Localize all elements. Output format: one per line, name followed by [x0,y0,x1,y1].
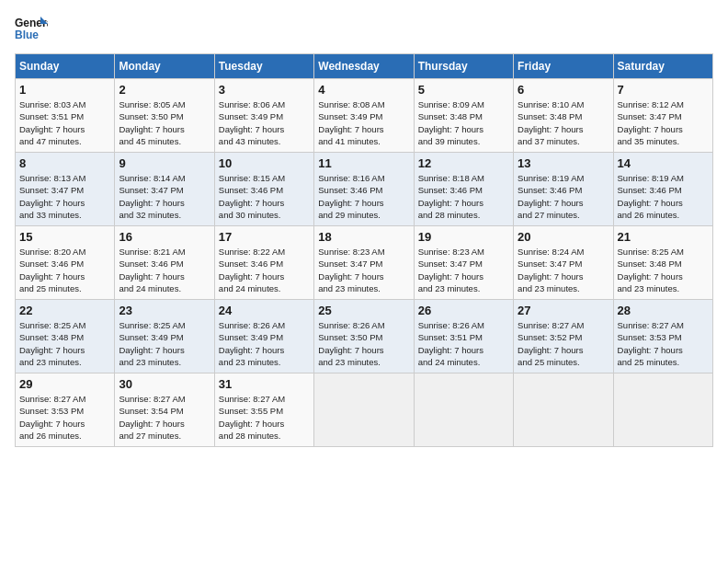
day-info: Sunrise: 8:23 AMSunset: 3:47 PMDaylight:… [318,247,384,293]
day-number: 27 [518,304,609,317]
calendar-cell: 8Sunrise: 8:13 AMSunset: 3:47 PMDaylight… [16,153,115,226]
header-monday: Monday [115,54,214,79]
calendar-cell: 23Sunrise: 8:25 AMSunset: 3:49 PMDayligh… [115,300,214,373]
day-info: Sunrise: 8:25 AMSunset: 3:48 PMDaylight:… [19,320,85,367]
calendar-cell: 16Sunrise: 8:21 AMSunset: 3:46 PMDayligh… [115,226,214,300]
header-sunday: Sunday [16,54,115,79]
day-info: Sunrise: 8:24 AMSunset: 3:47 PMDaylight:… [518,247,584,293]
day-number: 14 [618,156,709,170]
day-number: 24 [219,304,310,317]
calendar-cell: 13Sunrise: 8:19 AMSunset: 3:46 PMDayligh… [514,153,613,226]
header-wednesday: Wednesday [314,54,414,79]
header-tuesday: Tuesday [214,54,313,79]
day-info: Sunrise: 8:26 AMSunset: 3:49 PMDaylight:… [219,320,285,367]
day-number: 3 [219,83,310,97]
calendar-cell: 4Sunrise: 8:08 AMSunset: 3:49 PMDaylight… [314,79,414,153]
day-number: 2 [119,83,210,97]
calendar-cell: 22Sunrise: 8:25 AMSunset: 3:48 PMDayligh… [16,300,115,373]
day-number: 28 [618,304,709,317]
day-number: 4 [318,83,409,97]
day-info: Sunrise: 8:26 AMSunset: 3:50 PMDaylight:… [318,320,384,367]
day-info: Sunrise: 8:27 AMSunset: 3:52 PMDaylight:… [518,320,584,367]
day-info: Sunrise: 8:27 AMSunset: 3:53 PMDaylight:… [19,394,85,441]
day-number: 11 [318,156,409,170]
day-info: Sunrise: 8:13 AMSunset: 3:47 PMDaylight:… [19,173,85,220]
calendar-cell: 10Sunrise: 8:15 AMSunset: 3:46 PMDayligh… [214,153,313,226]
day-number: 20 [518,230,609,244]
calendar-cell: 12Sunrise: 8:18 AMSunset: 3:46 PMDayligh… [414,153,513,226]
day-info: Sunrise: 8:03 AMSunset: 3:51 PMDaylight:… [19,99,85,146]
day-number: 5 [418,83,509,97]
day-info: Sunrise: 8:25 AMSunset: 3:49 PMDaylight:… [119,320,185,367]
day-number: 7 [618,83,709,97]
day-number: 12 [418,156,509,170]
calendar-cell: 17Sunrise: 8:22 AMSunset: 3:46 PMDayligh… [214,226,313,300]
calendar-cell: 25Sunrise: 8:26 AMSunset: 3:50 PMDayligh… [314,300,414,373]
day-number: 6 [518,83,609,97]
calendar-cell: 15Sunrise: 8:20 AMSunset: 3:46 PMDayligh… [16,226,115,300]
day-info: Sunrise: 8:09 AMSunset: 3:48 PMDaylight:… [418,99,484,146]
calendar-cell: 14Sunrise: 8:19 AMSunset: 3:46 PMDayligh… [613,153,712,226]
calendar-cell: 6Sunrise: 8:10 AMSunset: 3:48 PMDaylight… [514,79,613,153]
day-number: 13 [518,156,609,170]
day-info: Sunrise: 8:20 AMSunset: 3:46 PMDaylight:… [19,247,85,293]
calendar-row: 29Sunrise: 8:27 AMSunset: 3:53 PMDayligh… [16,373,713,447]
page-header: General Blue [15,15,713,42]
day-info: Sunrise: 8:26 AMSunset: 3:51 PMDaylight:… [418,320,484,367]
calendar-cell [514,373,613,447]
header-thursday: Thursday [414,54,513,79]
calendar-cell: 1Sunrise: 8:03 AMSunset: 3:51 PMDaylight… [16,79,115,153]
logo-icon: General Blue [15,15,48,42]
calendar-cell: 26Sunrise: 8:26 AMSunset: 3:51 PMDayligh… [414,300,513,373]
day-info: Sunrise: 8:16 AMSunset: 3:46 PMDaylight:… [318,173,384,220]
calendar-cell: 20Sunrise: 8:24 AMSunset: 3:47 PMDayligh… [514,226,613,300]
calendar-cell [613,373,712,447]
day-number: 8 [19,156,110,170]
day-info: Sunrise: 8:05 AMSunset: 3:50 PMDaylight:… [119,99,185,146]
calendar-cell: 29Sunrise: 8:27 AMSunset: 3:53 PMDayligh… [16,373,115,447]
day-info: Sunrise: 8:27 AMSunset: 3:53 PMDaylight:… [618,320,684,367]
calendar-table: SundayMondayTuesdayWednesdayThursdayFrid… [15,53,713,447]
day-info: Sunrise: 8:18 AMSunset: 3:46 PMDaylight:… [418,173,484,220]
calendar-row: 1Sunrise: 8:03 AMSunset: 3:51 PMDaylight… [16,79,713,153]
calendar-cell: 7Sunrise: 8:12 AMSunset: 3:47 PMDaylight… [613,79,712,153]
calendar-cell: 2Sunrise: 8:05 AMSunset: 3:50 PMDaylight… [115,79,214,153]
calendar-row: 22Sunrise: 8:25 AMSunset: 3:48 PMDayligh… [16,300,713,373]
header-saturday: Saturday [613,54,712,79]
day-info: Sunrise: 8:14 AMSunset: 3:47 PMDaylight:… [119,173,185,220]
calendar-cell: 28Sunrise: 8:27 AMSunset: 3:53 PMDayligh… [613,300,712,373]
calendar-cell: 18Sunrise: 8:23 AMSunset: 3:47 PMDayligh… [314,226,414,300]
day-number: 22 [19,304,110,317]
calendar-cell: 21Sunrise: 8:25 AMSunset: 3:48 PMDayligh… [613,226,712,300]
day-number: 18 [318,230,409,244]
svg-text:Blue: Blue [15,29,39,41]
day-info: Sunrise: 8:22 AMSunset: 3:46 PMDaylight:… [219,247,285,293]
day-info: Sunrise: 8:27 AMSunset: 3:55 PMDaylight:… [219,394,285,441]
day-number: 10 [219,156,310,170]
day-number: 25 [318,304,409,317]
header-friday: Friday [514,54,613,79]
day-number: 9 [119,156,210,170]
day-number: 17 [219,230,310,244]
calendar-cell: 5Sunrise: 8:09 AMSunset: 3:48 PMDaylight… [414,79,513,153]
day-info: Sunrise: 8:19 AMSunset: 3:46 PMDaylight:… [518,173,584,220]
day-number: 21 [618,230,709,244]
day-info: Sunrise: 8:19 AMSunset: 3:46 PMDaylight:… [618,173,684,220]
day-info: Sunrise: 8:08 AMSunset: 3:49 PMDaylight:… [318,99,384,146]
day-info: Sunrise: 8:23 AMSunset: 3:47 PMDaylight:… [418,247,484,293]
header-row: SundayMondayTuesdayWednesdayThursdayFrid… [16,54,713,79]
calendar-cell: 11Sunrise: 8:16 AMSunset: 3:46 PMDayligh… [314,153,414,226]
day-number: 15 [19,230,110,244]
calendar-cell: 31Sunrise: 8:27 AMSunset: 3:55 PMDayligh… [214,373,313,447]
day-info: Sunrise: 8:06 AMSunset: 3:49 PMDaylight:… [219,99,285,146]
day-number: 31 [219,377,310,391]
calendar-cell: 24Sunrise: 8:26 AMSunset: 3:49 PMDayligh… [214,300,313,373]
calendar-row: 8Sunrise: 8:13 AMSunset: 3:47 PMDaylight… [16,153,713,226]
day-number: 30 [119,377,210,391]
calendar-row: 15Sunrise: 8:20 AMSunset: 3:46 PMDayligh… [16,226,713,300]
logo: General Blue [15,15,48,42]
day-info: Sunrise: 8:25 AMSunset: 3:48 PMDaylight:… [618,247,684,293]
day-number: 16 [119,230,210,244]
day-number: 23 [119,304,210,317]
calendar-cell: 3Sunrise: 8:06 AMSunset: 3:49 PMDaylight… [214,79,313,153]
